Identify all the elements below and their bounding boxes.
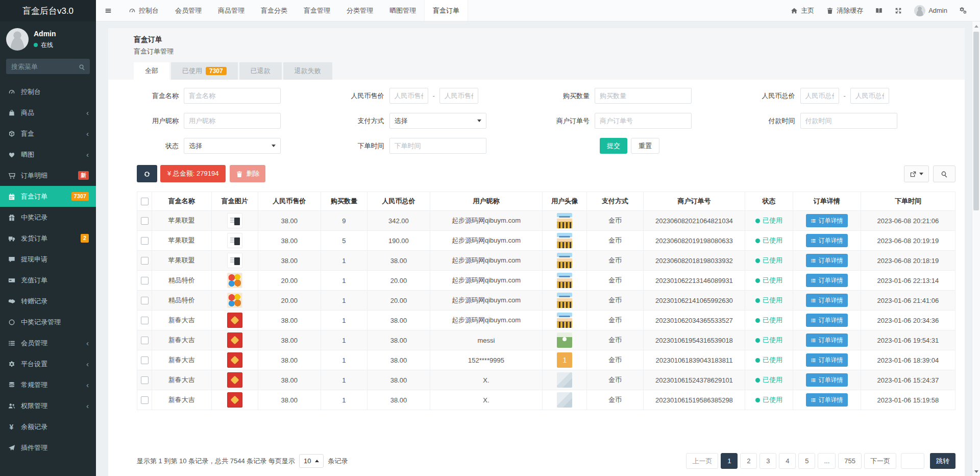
row-checkbox[interactable] [141,297,149,304]
fullscreen-button[interactable] [889,0,908,21]
page-button-4[interactable]: 4 [779,453,796,469]
column-header: 人民币总价 [368,192,430,211]
order-detail-button[interactable]: 订单详情 [806,294,848,307]
per-page-select[interactable]: 10 [299,454,324,468]
topnav-item-1[interactable]: 控制台 [120,0,167,21]
sidebar-item-label: 控制台 [21,87,41,97]
row-checkbox[interactable] [141,356,149,364]
sidebar-item-users[interactable]: 权限管理‹ [0,395,96,416]
sidebar-item-card[interactable]: 充值订单 [0,270,96,291]
状态-select[interactable]: 选择 [184,138,281,154]
sidebar-item-database[interactable]: 常规管理‹ [0,374,96,395]
submit-button[interactable]: 提交 [600,138,627,154]
topnav-item-6[interactable]: 分类管理 [338,0,381,21]
page-button-1[interactable]: 1 [721,453,738,469]
topnav-item-5[interactable]: 盲盒管理 [296,0,338,21]
clear-cache-link[interactable]: 清除缓存 [820,0,869,21]
price-cell: 20.00 [258,291,321,311]
delete-button[interactable]: 删除 [230,165,265,182]
tab-label: 全部 [145,66,158,76]
sidebar-item-gift[interactable]: 中奖记录 [0,207,96,228]
盲盒名称-input[interactable] [184,88,281,104]
table-row: 苹果联盟38.00138.00起步源码网qibuym.com金币20230608… [137,251,955,271]
人民币售价-min-input[interactable] [389,88,428,104]
付款时间-input[interactable] [800,113,897,129]
sidebar-item-list[interactable]: 会员管理‹ [0,332,96,353]
商户订单号-input[interactable] [595,113,692,129]
sidebar-item-truck[interactable]: 发货订单2 [0,228,96,249]
人民币总价-max-input[interactable] [850,88,889,104]
jump-button[interactable]: 跳转 [930,453,955,469]
order-detail-button[interactable]: 订单详情 [806,254,848,267]
scrollbar-thumb[interactable] [973,32,979,210]
user-menu[interactable]: Admin [908,0,953,21]
sidebar-item-plane[interactable]: 插件管理 [0,437,96,458]
支付方式-select[interactable]: 选择 [389,113,486,129]
jump-page-input[interactable] [901,453,924,469]
人民币售价-max-input[interactable] [439,88,478,104]
select-all-header [137,192,152,211]
reset-button[interactable]: 重置 [631,138,659,154]
topnav-item-7[interactable]: 晒图管理 [381,0,424,21]
row-checkbox[interactable] [141,237,149,245]
row-checkbox[interactable] [141,317,149,324]
tab-全部[interactable]: 全部 [134,62,169,80]
sidebar-item-calendar[interactable]: 盲盒订单7307 [0,186,96,207]
topnav-item-3[interactable]: 商品管理 [210,0,253,21]
row-checkbox[interactable] [141,257,149,265]
select-all-checkbox[interactable] [141,198,149,205]
order-detail-button[interactable]: 订单详情 [806,393,848,407]
search-toggle-button[interactable] [933,165,955,182]
order-detail-button[interactable]: 订单详情 [806,234,848,247]
row-checkbox[interactable] [141,396,149,404]
order-detail-button[interactable]: 订单详情 [806,373,848,387]
tab-退款失败[interactable]: 退款失败 [283,62,332,80]
sidebar-item-bag[interactable]: 商品‹ [0,102,96,123]
topnav-item-4[interactable]: 盲盒分类 [253,0,296,21]
人民币总价-min-input[interactable] [800,88,839,104]
购买数量-input[interactable] [595,88,692,104]
prev-page-button[interactable]: 上一页 [686,453,718,469]
page-button-3[interactable]: 3 [760,453,776,469]
page-button-5[interactable]: 5 [798,453,815,469]
order-detail-button[interactable]: 订单详情 [806,274,848,287]
order-detail-button[interactable]: 订单详情 [806,314,848,327]
sidebar-item-cart[interactable]: 订单明细新 [0,165,96,186]
sidebar-item-gear[interactable]: 平台设置‹ [0,353,96,374]
menu-search-input[interactable] [6,59,90,74]
sidebar-item-cube[interactable]: 盲盒‹ [0,123,96,144]
sidebar-item-circle[interactable]: 中奖记录管理 [0,312,96,332]
order-detail-button[interactable]: 订单详情 [806,214,848,227]
tab-已退款[interactable]: 已退款 [239,62,282,80]
next-page-button[interactable]: 下一页 [864,453,896,469]
scroll-up-arrow[interactable] [972,22,980,30]
row-checkbox[interactable] [141,217,149,225]
sidebar-item-gauge[interactable]: 控制台 [0,81,96,102]
sidebar-toggle-button[interactable] [96,0,120,21]
topnav-item-2[interactable]: 会员管理 [167,0,210,21]
refresh-button[interactable] [137,165,157,182]
vertical-scrollbar[interactable] [972,21,980,476]
row-checkbox[interactable] [141,277,149,284]
sidebar-item-comment[interactable]: 提现申请 [0,249,96,270]
sidebar-item-yen[interactable]: ¥余额记录 [0,416,96,437]
order-detail-button[interactable]: 订单详情 [806,353,848,367]
tab-已使用[interactable]: 已使用7307 [171,62,238,80]
sidebar-item-heart[interactable]: 晒图‹ [0,144,96,165]
row-checkbox[interactable] [141,337,149,344]
row-checkbox[interactable] [141,376,149,384]
docs-button[interactable] [869,0,889,21]
用户昵称-input[interactable] [184,113,281,129]
status-tabs: 全部已使用7307已退款退款失败 [134,62,955,80]
page-button-755[interactable]: 755 [838,453,862,469]
order-detail-button[interactable]: 订单详情 [806,334,848,347]
page-button-2[interactable]: 2 [740,453,757,469]
topnav-item-8[interactable]: 盲盒订单 [424,0,468,21]
export-button[interactable] [904,165,929,182]
settings-button[interactable] [953,0,973,21]
total-amount-button[interactable]: ¥ 总金额: 279194 [160,165,226,182]
sidebar-item-handshake[interactable]: 转赠记录 [0,291,96,312]
scroll-down-arrow[interactable] [972,468,980,475]
home-link[interactable]: 主页 [785,0,820,21]
下单时间-input[interactable] [389,138,486,154]
